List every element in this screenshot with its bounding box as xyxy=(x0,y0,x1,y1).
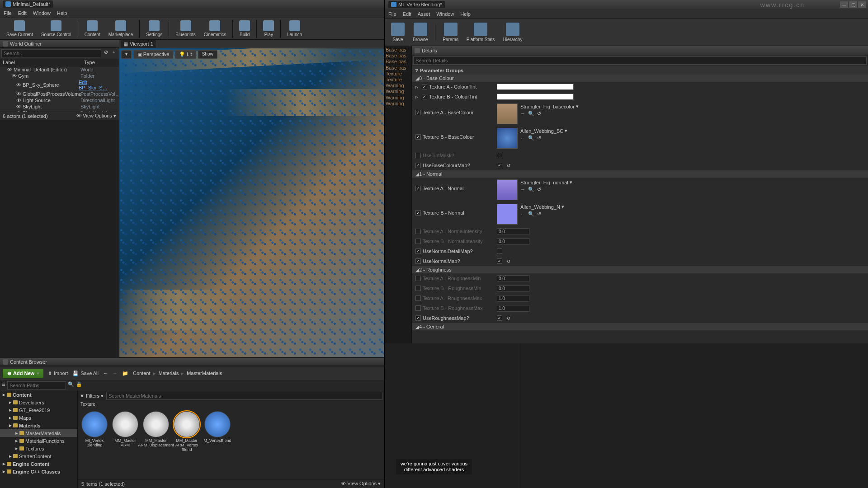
import-button[interactable]: ⬆ Import xyxy=(48,371,68,376)
chk-tint-a[interactable] xyxy=(422,84,427,89)
reset-icon[interactable]: ↺ xyxy=(537,111,541,117)
rough-a-max-input[interactable] xyxy=(497,295,529,302)
me-toolbar-hierarchy[interactable]: Hierarchy xyxy=(500,22,525,43)
viewport-menu-dropdown[interactable]: ▾ xyxy=(121,50,132,59)
toolbar-settings[interactable]: Settings xyxy=(142,19,166,38)
section-roughness[interactable]: ◢ 2 - Roughness xyxy=(412,266,868,273)
chk-usebasecolour[interactable] xyxy=(415,163,421,168)
chk-usetintmask[interactable] xyxy=(415,153,421,158)
world-outliner-header[interactable]: World Outliner xyxy=(0,40,119,48)
graph-preview-sliver[interactable]: Base pasBase pasBase pasBase pasTextureT… xyxy=(385,46,412,343)
sources-item[interactable]: ▸Textures xyxy=(0,445,77,452)
chk-tex-a-n[interactable] xyxy=(415,186,421,191)
val-usetintmask[interactable] xyxy=(497,153,502,158)
use-icon[interactable]: ← xyxy=(520,111,525,117)
sources-toggle-icon[interactable]: ≣ xyxy=(1,381,5,389)
chk-tex-a-bc[interactable] xyxy=(415,110,421,115)
tree-row[interactable]: 👁GymFolder xyxy=(0,73,119,79)
reset-icon[interactable]: ↺ xyxy=(507,163,510,168)
me-menu-help[interactable]: Help xyxy=(460,11,471,17)
me-toolbar-save[interactable]: Save xyxy=(388,22,407,43)
viewport-canvas[interactable]: ▾ ▣ Perspective 💡 Lit Show xyxy=(119,48,384,358)
main-title-tab[interactable]: Minimal_Default* xyxy=(3,0,53,8)
content-browser-header[interactable]: Content Browser xyxy=(0,358,384,366)
toolbar-blueprints[interactable]: Blueprints xyxy=(172,19,199,38)
filters-button[interactable]: ▼ Filters ▾ xyxy=(80,393,104,399)
toolbar-launch[interactable]: Launch xyxy=(283,19,306,38)
viewport-tab-1[interactable]: ▦ Viewport 1 xyxy=(121,40,156,48)
tree-row[interactable]: 👁Minimal_Default (Editor)World xyxy=(0,66,119,73)
me-toolbar-params[interactable]: Params xyxy=(440,22,461,43)
sources-item[interactable]: ▸Developers xyxy=(0,399,77,406)
asset-card[interactable]: MM_Master ARM_Vertex Blend xyxy=(174,411,200,452)
maximize-button[interactable]: ▢ xyxy=(849,1,857,8)
folder-icon[interactable]: 📁 xyxy=(122,371,128,376)
asset-card[interactable]: MM_Master ARM_Displacement xyxy=(143,411,169,448)
tex-a-normal-thumb[interactable] xyxy=(497,179,518,200)
rough-b-max-input[interactable] xyxy=(497,305,529,312)
section-normal[interactable]: ◢ 1 - Normal xyxy=(412,170,868,178)
rough-a-min-input[interactable] xyxy=(497,275,529,282)
menu-help[interactable]: Help xyxy=(57,10,67,16)
sources-item[interactable]: ▸Materials xyxy=(0,422,77,429)
toolbar-save-current[interactable]: Save Current xyxy=(3,19,37,38)
search-icon[interactable]: 🔍 xyxy=(68,381,74,389)
toolbar-source-control[interactable]: Source Control xyxy=(38,19,75,38)
chevron-down-icon[interactable]: ▾ xyxy=(561,204,564,210)
sources-item[interactable]: ▸Content xyxy=(0,391,77,399)
val-usebasecolour[interactable] xyxy=(497,163,502,168)
details-body[interactable]: ▿ Parameter Groups ◢ 0 - Base Colour ▹Te… xyxy=(412,66,868,343)
tex-b-thumb[interactable] xyxy=(497,128,518,149)
add-new-button[interactable]: ⊕ Add New ▾ xyxy=(3,369,43,378)
colour-tint-b-swatch[interactable] xyxy=(497,94,574,100)
toolbar-cinematics[interactable]: Cinematics xyxy=(200,19,230,38)
chevron-down-icon[interactable]: ▾ xyxy=(565,128,567,134)
me-menu-asset[interactable]: Asset xyxy=(418,11,430,17)
toolbar-build[interactable]: Build xyxy=(236,19,254,38)
sources-item[interactable]: ▸GT_Free2019 xyxy=(0,406,77,414)
me-menu-window[interactable]: Window xyxy=(436,11,454,17)
menu-window[interactable]: Window xyxy=(33,10,51,16)
lock-icon[interactable]: 🔒 xyxy=(76,381,82,389)
section-general[interactable]: ◢ 4 - General xyxy=(412,323,868,330)
menu-edit[interactable]: Edit xyxy=(18,10,27,16)
search-icon[interactable]: 🔍 xyxy=(528,111,534,117)
colour-tint-a-swatch[interactable] xyxy=(497,84,574,90)
outliner-filter-icon[interactable]: ⊘ xyxy=(102,49,109,57)
outliner-add-icon[interactable]: + xyxy=(110,49,118,57)
save-all-button[interactable]: 💾 Save All xyxy=(72,371,99,376)
viewport-perspective-button[interactable]: ▣ Perspective xyxy=(133,50,173,59)
outliner-search-input[interactable] xyxy=(1,49,101,57)
chevron-down-icon[interactable]: ▾ xyxy=(576,103,579,109)
chk-tex-b-bc[interactable] xyxy=(415,134,421,140)
minimize-button[interactable]: — xyxy=(840,1,848,8)
asset-card[interactable]: M_VertexBlend xyxy=(204,411,231,443)
nav-back-icon[interactable]: ← xyxy=(103,371,108,376)
menu-file[interactable]: File xyxy=(4,10,12,16)
me-toolbar-browse[interactable]: Browse xyxy=(410,22,430,43)
chevron-down-icon[interactable]: ▾ xyxy=(570,179,572,185)
chk-tex-b-n[interactable] xyxy=(415,210,421,216)
me-menu-edit[interactable]: Edit xyxy=(403,11,411,17)
outliner-view-options[interactable]: 👁 View Options ▾ xyxy=(76,113,116,119)
normal-int-a-input[interactable] xyxy=(497,228,529,235)
tex-a-thumb[interactable] xyxy=(497,103,518,124)
details-header[interactable]: Details xyxy=(412,46,868,55)
col-header-type[interactable]: Type xyxy=(81,59,119,66)
nav-fwd-icon[interactable]: → xyxy=(113,371,118,376)
close-button[interactable]: ✕ xyxy=(858,1,866,8)
tex-b-normal-thumb[interactable] xyxy=(497,204,518,225)
asset-card[interactable]: MM_Master ARM xyxy=(112,411,138,448)
sources-item[interactable]: ▸MasterMaterials xyxy=(0,429,77,437)
search-paths-input[interactable] xyxy=(7,381,66,389)
section-base-colour[interactable]: ◢ 0 - Base Colour xyxy=(412,75,868,82)
parameter-groups-header[interactable]: ▿ Parameter Groups xyxy=(412,66,868,75)
toolbar-content[interactable]: Content xyxy=(81,19,104,38)
sources-item[interactable]: ▸Maps xyxy=(0,414,77,422)
col-header-label[interactable]: Label xyxy=(0,59,81,66)
normal-int-b-input[interactable] xyxy=(497,238,529,245)
rough-b-min-input[interactable] xyxy=(497,285,529,292)
me-menu-file[interactable]: File xyxy=(388,11,396,17)
tree-row[interactable]: 👁GlobalPostProcessVolumePostProcessVol… xyxy=(0,91,119,97)
tree-row[interactable]: 👁Light SourceDirectionalLight xyxy=(0,97,119,103)
